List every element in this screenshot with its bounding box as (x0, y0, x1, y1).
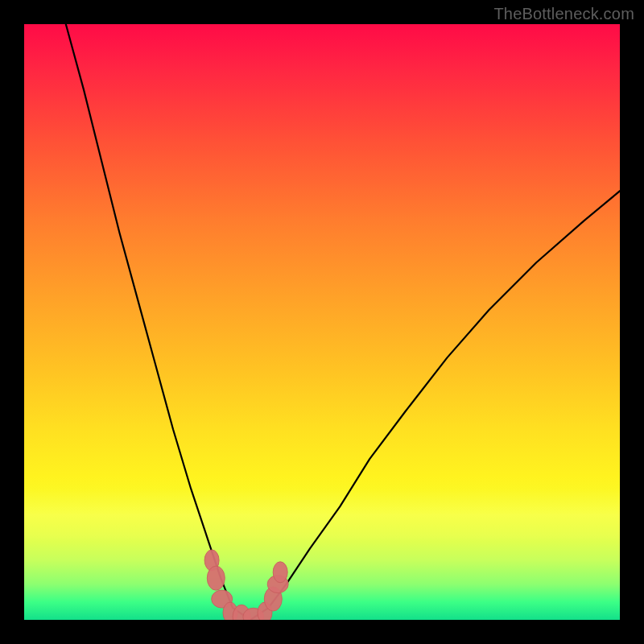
valley-marker (207, 566, 225, 590)
plot-area (24, 24, 620, 620)
curve-left-curve (66, 24, 250, 620)
outer-frame: TheBottleneck.com (0, 0, 644, 644)
attribution-text: TheBottleneck.com (493, 5, 634, 23)
curve-layer (24, 24, 620, 620)
valley-marker (273, 562, 287, 583)
curve-right-curve (250, 191, 620, 620)
